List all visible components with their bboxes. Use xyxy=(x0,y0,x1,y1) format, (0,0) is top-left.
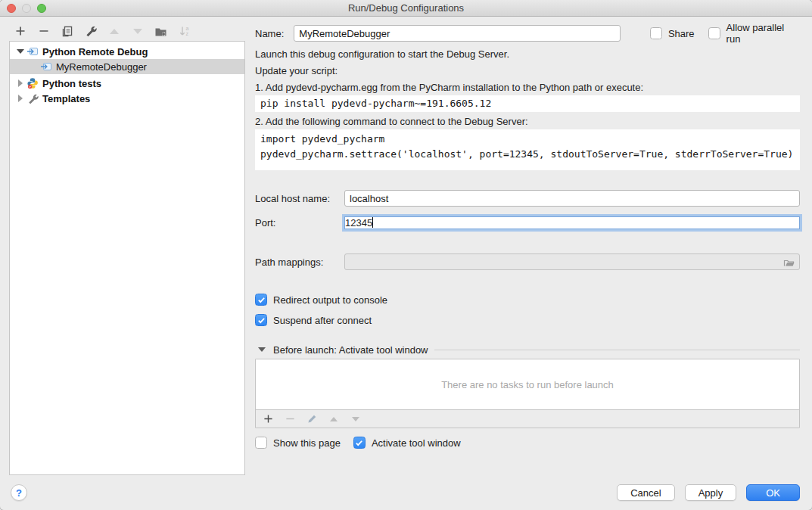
new-folder-icon[interactable] xyxy=(154,24,168,39)
tree-item-templates[interactable]: Templates xyxy=(10,91,244,106)
before-launch-title: Before launch: Activate tool window xyxy=(273,344,428,356)
name-input[interactable] xyxy=(294,25,621,42)
remote-debug-icon xyxy=(40,61,52,73)
window-controls xyxy=(7,4,46,13)
expand-arrow-icon[interactable] xyxy=(14,95,26,102)
close-window-button[interactable] xyxy=(7,4,16,13)
local-host-label: Local host name: xyxy=(255,193,344,204)
activate-tool-window-checkbox-group[interactable]: Activate tool window xyxy=(353,437,461,449)
svg-text:a: a xyxy=(185,26,188,31)
name-row: Name: Share Allow parallel run xyxy=(255,24,800,42)
dialog-buttons: Cancel Apply OK xyxy=(617,484,800,501)
configuration-editor: Name: Share Allow parallel run Launch th… xyxy=(255,0,800,510)
wrench-icon xyxy=(26,92,39,104)
move-down-icon[interactable] xyxy=(130,24,145,39)
help-question-icon: ? xyxy=(16,487,22,499)
svg-text:z: z xyxy=(185,31,188,36)
collapse-arrow-icon[interactable] xyxy=(258,347,266,352)
configurations-toolbar: a z xyxy=(13,23,191,39)
suspend-after-connect-checkbox[interactable] xyxy=(255,314,267,326)
port-label: Port: xyxy=(255,217,344,229)
remote-debug-icon xyxy=(26,45,39,58)
name-label: Name: xyxy=(255,28,284,39)
path-mappings-input[interactable] xyxy=(344,253,800,270)
code-line-1: import pydevd_pycharm xyxy=(260,132,795,147)
sort-configurations-icon[interactable]: a z xyxy=(177,24,191,39)
path-mappings-label: Path mappings: xyxy=(255,257,344,268)
allow-parallel-run-checkbox[interactable] xyxy=(708,27,720,39)
add-configuration-icon[interactable] xyxy=(13,24,27,39)
move-task-down-icon[interactable] xyxy=(350,414,361,424)
allow-parallel-run-label: Allow parallel run xyxy=(726,22,800,45)
show-this-page-label: Show this page xyxy=(273,437,341,449)
zoom-window-button[interactable] xyxy=(37,4,46,13)
text-cursor xyxy=(372,217,373,228)
allow-parallel-run-checkbox-group[interactable]: Allow parallel run xyxy=(708,22,800,45)
tree-item-label: Templates xyxy=(42,93,90,104)
copy-configuration-icon[interactable] xyxy=(60,24,74,39)
activate-tool-window-checkbox[interactable] xyxy=(353,437,366,449)
divider xyxy=(434,350,800,350)
tree-item-label: MyRemoteDebugger xyxy=(56,61,147,73)
add-task-icon[interactable] xyxy=(263,414,273,424)
step2-text: 2. Add the following command to connect … xyxy=(255,116,800,127)
minimize-window-button[interactable] xyxy=(22,4,31,13)
configurations-tree: Python Remote Debug MyRemoteDebugger xyxy=(9,41,245,475)
python-tests-icon xyxy=(26,77,39,89)
apply-button[interactable]: Apply xyxy=(685,484,737,501)
share-checkbox[interactable] xyxy=(650,27,662,39)
show-this-page-checkbox[interactable] xyxy=(255,437,267,449)
redirect-output-checkbox[interactable] xyxy=(255,294,267,306)
remove-configuration-icon[interactable] xyxy=(36,24,51,39)
ok-button[interactable]: OK xyxy=(746,484,800,501)
local-host-row: Local host name: xyxy=(255,189,800,207)
settrace-code-block: import pydevd_pycharm pydevd_pycharm.set… xyxy=(255,129,800,170)
empty-tasks-message: There are no tasks to run before launch xyxy=(256,359,799,409)
pip-command-code: pip install pydevd-pycharm~=191.6605.12 xyxy=(255,95,800,112)
expand-arrow-icon[interactable] xyxy=(14,79,26,87)
browse-folder-icon[interactable] xyxy=(783,257,795,271)
path-mappings-row: Path mappings: xyxy=(255,253,800,271)
redirect-output-label: Redirect output to console xyxy=(273,294,387,306)
suspend-after-connect-checkbox-group[interactable]: Suspend after connect xyxy=(255,313,800,327)
activate-tool-window-label: Activate tool window xyxy=(372,437,461,449)
tree-item-myremotedebugger[interactable]: MyRemoteDebugger xyxy=(10,59,244,74)
tree-item-python-remote-debug[interactable]: Python Remote Debug xyxy=(10,44,244,59)
move-task-up-icon[interactable] xyxy=(328,414,339,424)
before-launch-header[interactable]: Before launch: Activate tool window xyxy=(255,343,800,356)
suspend-after-connect-label: Suspend after connect xyxy=(273,315,372,326)
bottom-options-row: Show this page Activate tool window xyxy=(255,436,800,449)
run-debug-configurations-dialog: Run/Debug Configurations xyxy=(0,0,812,510)
tasks-toolbar xyxy=(256,409,799,428)
redirect-output-checkbox-group[interactable]: Redirect output to console xyxy=(255,293,800,306)
share-label: Share xyxy=(668,28,695,39)
port-value: 12345 xyxy=(345,217,372,229)
before-launch-tasks-panel: There are no tasks to run before launch xyxy=(255,359,800,428)
help-button[interactable]: ? xyxy=(11,484,27,501)
tree-item-python-tests[interactable]: Python tests xyxy=(10,76,244,91)
expand-arrow-icon[interactable] xyxy=(14,49,26,54)
code-line-2: pydevd_pycharm.settrace('localhost', por… xyxy=(260,147,795,162)
edit-task-pencil-icon[interactable] xyxy=(306,414,317,424)
cancel-button[interactable]: Cancel xyxy=(617,484,674,501)
share-checkbox-group[interactable]: Share xyxy=(650,27,695,39)
port-row: Port: 12345 xyxy=(255,213,800,232)
show-this-page-checkbox-group[interactable]: Show this page xyxy=(255,437,341,449)
intro-line-2: Update your script: xyxy=(255,65,800,76)
step1-text: 1. Add pydevd-pycharm.egg from the PyCha… xyxy=(255,82,800,93)
intro-line-1: Launch this debug configuration to start… xyxy=(255,48,800,60)
port-input[interactable]: 12345 xyxy=(344,216,800,229)
remove-task-icon[interactable] xyxy=(285,414,295,424)
move-up-icon[interactable] xyxy=(107,24,121,39)
edit-templates-wrench-icon[interactable] xyxy=(83,24,98,39)
local-host-input[interactable] xyxy=(344,190,800,207)
tree-item-label: Python tests xyxy=(42,78,101,89)
tree-item-label: Python Remote Debug xyxy=(42,46,148,58)
